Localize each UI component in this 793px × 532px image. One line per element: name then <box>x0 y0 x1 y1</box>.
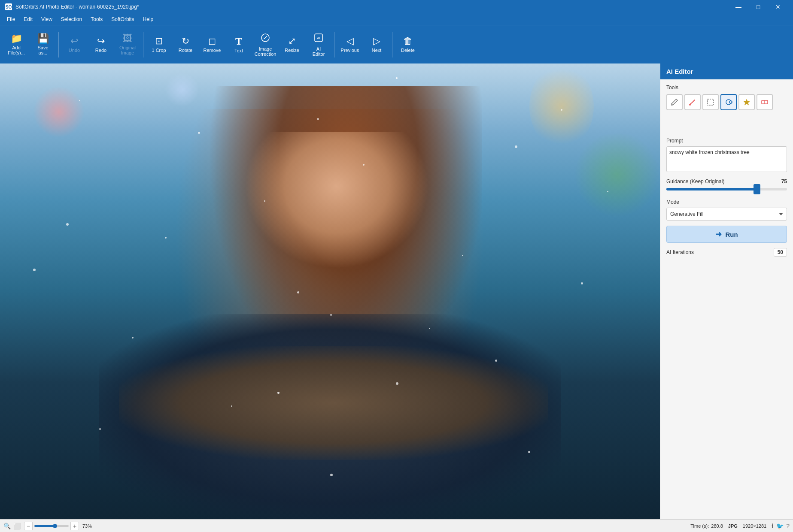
previous-label: Previous <box>341 48 359 53</box>
zoom-thumb[interactable] <box>53 524 57 528</box>
time-label: Time (s): 280.8 <box>690 523 723 529</box>
titlebar-controls: — □ ✕ <box>729 0 788 14</box>
fur-collar <box>119 346 548 460</box>
time-value: 280.8 <box>711 523 723 529</box>
panel-title: AI Editor <box>666 68 693 75</box>
rotate-button[interactable]: ↻ Rotate <box>173 27 198 62</box>
next-button[interactable]: ▷ Next <box>364 27 389 62</box>
bokeh-4 <box>574 132 660 218</box>
image-correction-label: ImageCorrection <box>255 46 276 57</box>
main-area: AI Editor Tools <box>0 63 793 519</box>
star-tool[interactable] <box>738 94 755 110</box>
minimize-button[interactable]: — <box>729 0 748 14</box>
separator-1 <box>58 32 59 57</box>
zoom-controls: − + 73% <box>24 522 92 530</box>
mode-label: Mode <box>666 199 787 205</box>
guidance-slider-thumb[interactable] <box>754 184 760 194</box>
add-icon: 📁 <box>11 34 22 43</box>
brush-tool[interactable] <box>684 94 701 110</box>
canvas-area[interactable] <box>0 63 660 519</box>
eraser-tool[interactable] <box>757 94 773 110</box>
svg-marker-7 <box>744 99 750 105</box>
svg-rect-8 <box>762 100 768 104</box>
maximize-button[interactable]: □ <box>748 0 768 14</box>
window-title: SoftOrbits AI Photo Editor - woman-60022… <box>15 4 139 10</box>
bokeh-3 <box>529 63 594 149</box>
menu-tools[interactable]: Tools <box>87 15 106 23</box>
menu-edit[interactable]: Edit <box>20 15 36 23</box>
menu-file[interactable]: File <box>3 15 18 23</box>
svg-rect-4 <box>708 99 714 105</box>
menu-softorbits[interactable]: SoftOrbits <box>108 15 137 23</box>
zoom-fill <box>34 525 55 527</box>
tools-label: Tools <box>666 85 787 91</box>
crop-label: 1 Crop <box>152 48 166 53</box>
ai-editor-panel: AI Editor Tools <box>660 63 793 519</box>
statusbar: 🔍 ⬜ − + 73% Time (s): 280.8 JPG 1920×128… <box>0 519 793 532</box>
tools-row <box>666 94 787 110</box>
panel-header: AI Editor <box>660 63 793 79</box>
tools-section: Tools <box>660 79 793 121</box>
svg-point-3 <box>689 104 691 106</box>
info-icon[interactable]: ℹ <box>772 523 774 529</box>
svg-text:AI: AI <box>317 36 320 40</box>
titlebar-left: SO SoftOrbits AI Photo Editor - woman-60… <box>5 3 139 10</box>
guidance-slider-track[interactable] <box>666 188 787 190</box>
photo-canvas <box>0 63 660 519</box>
mode-select[interactable]: Generative Fill Inpaint Outpaint Replace… <box>666 208 787 221</box>
save-label: Saveas... <box>37 45 48 55</box>
image-correction-button[interactable]: ImageCorrection <box>252 27 278 62</box>
menu-selection[interactable]: Selection <box>58 15 85 23</box>
app-icon: SO <box>5 3 12 10</box>
redo-icon: ↪ <box>97 36 105 46</box>
redo-button[interactable]: ↪ Redo <box>88 27 114 62</box>
crop-button[interactable]: ⊡ 1 Crop <box>146 27 172 62</box>
redo-label: Redo <box>95 48 106 53</box>
zoom-slider[interactable] <box>34 525 69 527</box>
zoom-fit-icon[interactable]: 🔍 <box>3 523 11 529</box>
rect-select-tool[interactable] <box>702 94 719 110</box>
save-button[interactable]: 💾 Saveas... <box>30 27 56 62</box>
resize-button[interactable]: ⤢ Resize <box>279 27 305 62</box>
menu-help[interactable]: Help <box>140 15 157 23</box>
menu-view[interactable]: View <box>38 15 56 23</box>
text-icon: T <box>235 36 242 46</box>
original-label: OriginalImage <box>119 45 136 55</box>
zoom-value: 73% <box>82 523 92 529</box>
image-correction-icon <box>260 33 270 45</box>
previous-button[interactable]: ◁ Previous <box>337 27 363 62</box>
zoom-in-button[interactable]: + <box>70 522 79 530</box>
remove-button[interactable]: ◻ Remove <box>199 27 225 62</box>
frame-icon[interactable]: ⬜ <box>13 523 21 529</box>
pencil-tool[interactable] <box>666 94 683 110</box>
delete-label: Delete <box>401 48 415 53</box>
guidance-label: Guidance (Keep Original) <box>666 178 724 184</box>
original-button[interactable]: 🖼 OriginalImage <box>115 27 140 62</box>
delete-icon: 🗑 <box>403 36 413 46</box>
text-label: Text <box>234 48 243 53</box>
mode-section: Mode Generative Fill Inpaint Outpaint Re… <box>660 199 793 226</box>
iterations-section: AI Iterations 50 <box>660 248 793 262</box>
delete-button[interactable]: 🗑 Delete <box>395 27 421 62</box>
run-button[interactable]: ➜ Run <box>666 226 787 243</box>
text-button[interactable]: T Text <box>226 27 252 62</box>
crop-icon: ⊡ <box>155 36 163 46</box>
spacer-1 <box>660 121 793 129</box>
spacer-2 <box>660 129 793 138</box>
zoom-out-button[interactable]: − <box>24 522 33 530</box>
prompt-label: Prompt <box>666 138 787 144</box>
lasso-tool[interactable] <box>720 94 737 110</box>
time-prefix: Time (s): <box>690 523 709 529</box>
original-icon: 🖼 <box>123 34 132 43</box>
help-icon[interactable]: ? <box>786 523 790 529</box>
prompt-input[interactable]: snowy white frozen christmass tree <box>666 146 787 172</box>
ai-editor-button[interactable]: AI AIEditor <box>306 27 331 62</box>
prompt-section: Prompt snowy white frozen christmass tre… <box>660 138 793 178</box>
close-button[interactable]: ✕ <box>768 0 788 14</box>
undo-button[interactable]: ↩ Undo <box>61 27 87 62</box>
share-icon[interactable]: 🐦 <box>776 523 784 529</box>
add-button[interactable]: 📁 AddFile(s)... <box>3 27 29 62</box>
run-arrow-icon: ➜ <box>715 230 722 239</box>
rotate-label: Rotate <box>179 48 192 53</box>
remove-icon: ◻ <box>208 36 216 46</box>
